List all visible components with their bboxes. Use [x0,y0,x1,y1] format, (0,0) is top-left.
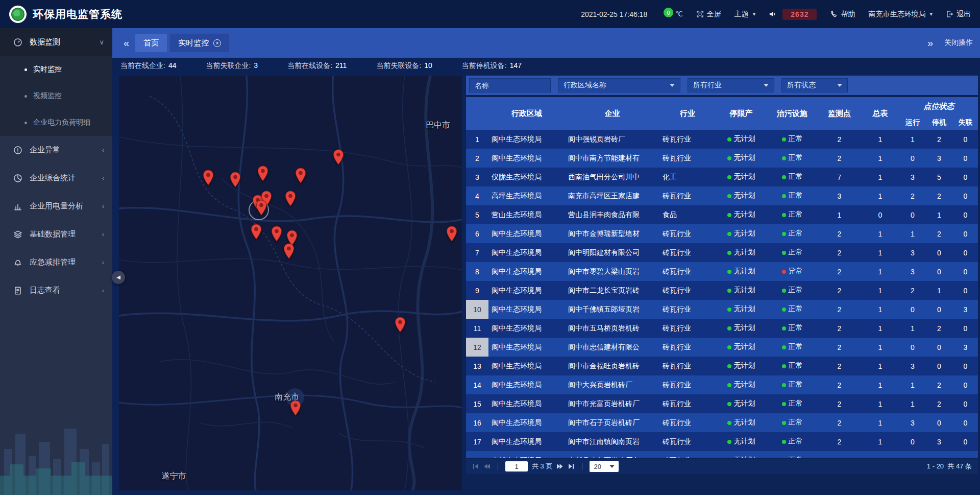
cell-region: 阆中生态环境局 [488,243,565,262]
table-row[interactable]: 8阆中生态环境局阆中市枣碧大梁山页岩砖瓦行业无计划异常21300 [466,262,978,281]
sidebar-item-3[interactable]: 企业用电量分析‹ [0,192,112,220]
map-collapse-handle[interactable]: ◀ [112,271,125,284]
table-row[interactable]: 12阆中生态环境局阆中市忠信建材有限公砖瓦行业无计划正常21003 [466,338,978,357]
org-name-label: 南充市生态环境局 [868,10,925,19]
table-row[interactable]: 17阆中生态环境局阆中市江南镇阆南页岩砖瓦行业无计划正常21030 [466,432,978,451]
sidebar-item-5[interactable]: 应急减排管理‹ [0,248,112,276]
table-row[interactable]: 3仪陇生态环境局西南油气田分公司川中化工无计划正常71350 [466,168,978,186]
cell-meter-count: 1 [861,319,899,338]
map-pin[interactable] [285,191,296,206]
cell-company: 阆中市江南镇阆南页岩 [565,432,659,451]
alert-count-badge[interactable]: 2632 [782,9,817,20]
table-row[interactable]: 2阆中生态环境局阆中市南方节能建材有砖瓦行业无计划正常21030 [466,149,978,168]
stat-label: 当前在线企业: [120,61,165,70]
page-number-input[interactable] [505,461,528,472]
map-pin[interactable] [283,243,295,259]
map-pin[interactable] [395,317,406,333]
cell-company: 阆中市枣碧大梁山页岩 [565,262,659,281]
name-filter-input[interactable] [469,78,551,92]
map-pin[interactable] [271,226,282,242]
stat-value: 211 [335,61,347,70]
sidebar-subitem-0-1[interactable]: 视频监控 [0,83,112,109]
last-page-button[interactable] [568,463,575,470]
sidebar-section: 日志查看‹ [0,276,112,304]
map-pin[interactable] [203,170,214,185]
sidebar-item-1[interactable]: 企业异常‹ [0,136,112,164]
cell-monitor-count: 1 [818,205,861,224]
map-pin[interactable] [230,172,241,187]
cell-facility-status: 正常 [767,281,818,300]
cell-industry: 砖瓦行业 [659,357,716,375]
cell-facility-status: 正常 [767,451,818,458]
tab-0[interactable]: 首页 [135,34,167,52]
next-page-button[interactable] [556,463,564,470]
table-row[interactable]: 6阆中生态环境局阆中市金博瑞新型墙材砖瓦行业无计划正常21120 [466,224,978,243]
tab-close-icon[interactable]: × [213,39,221,47]
cell-industry: 砖瓦行业 [659,262,716,281]
table-row[interactable]: 9阆中生态环境局阆中市二龙长宝页岩砖砖瓦行业无计划正常21210 [466,281,978,300]
col-header-limit: 停限产 [716,97,767,130]
map-pin[interactable] [251,224,262,240]
tabs-scroll-right-button[interactable]: » [923,37,937,49]
status-text: 无计划 [734,154,755,162]
industry-filter-select[interactable]: 所有行业 [688,78,774,92]
status-filter-select[interactable]: 所有状态 [781,78,848,92]
theme-dropdown[interactable]: 主题▾ [734,10,756,19]
region-filter-select[interactable]: 行政区域名称 [558,78,680,92]
table-row[interactable]: 4高坪生态环境局南充市高坪区王家店建砖瓦行业无计划正常31220 [466,186,978,205]
chevron-down-icon: ▾ [753,11,756,17]
map-panel[interactable]: 巴中市南充市遂宁市 ◀ [119,76,462,490]
sidebar-item-6[interactable]: 日志查看‹ [0,276,112,304]
first-page-button[interactable] [472,463,479,470]
chevron-left-icon: ‹ [102,146,104,154]
tab-1[interactable]: 实时监控× [170,34,229,52]
table-row[interactable]: 11阆中生态环境局阆中市五马桥页岩机砖砖瓦行业无计划正常21120 [466,319,978,338]
status-text: 无计划 [734,343,755,351]
table-row[interactable]: 18南部生态环境局南部县建兴页岩砖厂有砖瓦行业无计划正常21003 [466,451,978,458]
table-row[interactable]: 7阆中生态环境局阆中明阳建材有限公司砖瓦行业无计划正常21300 [466,243,978,262]
chevron-down-icon [837,84,842,87]
map-pin[interactable] [333,149,344,165]
sidebar-subitem-0-0[interactable]: 实时监控 [0,56,112,83]
logout-button[interactable]: 退出 [946,10,971,19]
sidebar-item-2[interactable]: 企业综合统计‹ [0,164,112,192]
stat-value: 147 [510,61,522,70]
bullet-icon [24,95,27,98]
table-row[interactable]: 1阆中生态环境局阆中强锐页岩砖厂砖瓦行业无计划正常21120 [466,130,978,149]
chevron-left-icon: ‹ [102,202,104,210]
fullscreen-button[interactable]: 全屏 [696,10,721,19]
sidebar-item-4[interactable]: 基础数据管理‹ [0,220,112,248]
table-row[interactable]: 15阆中生态环境局阆中市光富页岩机砖厂砖瓦行业无计划正常21120 [466,394,978,413]
table-row[interactable]: 10阆中生态环境局阆中千佛镇五郎垭页岩砖瓦行业无计划正常21003 [466,300,978,319]
table-row[interactable]: 14阆中生态环境局阆中大兴页岩机砖厂砖瓦行业无计划正常21120 [466,375,978,394]
map-pin[interactable] [257,166,268,181]
cell-stopped-count: 1 [926,205,952,224]
tabs-scroll-left-button[interactable]: « [119,37,133,49]
status-text: 异常 [789,267,803,275]
page-size-select[interactable]: 20 [590,461,618,472]
notification-button[interactable] [769,10,776,18]
logout-icon [946,10,953,18]
cell-company: 南部县建兴页岩砖厂有 [565,451,659,458]
table-row[interactable]: 5营山生态环境局营山县润丰肉食品有限食品无计划正常10010 [466,205,978,224]
table-row[interactable]: 16阆中生态环境局阆中市石子页岩机砖厂砖瓦行业无计划正常21300 [466,413,978,432]
cell-limit-status: 无计划 [716,243,767,262]
status-text: 无计划 [734,381,755,389]
org-dropdown[interactable]: 南充市生态环境局▾ [868,10,933,19]
cell-industry: 砖瓦行业 [659,130,716,149]
sidebar-item-0[interactable]: 数据监测∨ [0,28,112,56]
tab-label: 实时监控 [178,38,209,48]
help-button[interactable]: 帮助 [830,10,855,19]
cell-region: 阆中生态环境局 [488,300,565,319]
status-dot-green [727,326,731,331]
close-operations-button[interactable]: 关闭操作 [944,38,973,48]
map-pin[interactable] [446,226,457,242]
cell-company: 阆中千佛镇五郎垭页岩 [565,300,659,319]
sidebar-subitem-0-2[interactable]: 企业电力负荷明细 [0,109,112,136]
prev-page-button[interactable] [483,463,491,470]
map-pin[interactable] [295,168,306,183]
cell-offline-count: 0 [952,413,978,432]
map-pin[interactable] [256,200,267,216]
col-header-industry: 行业 [659,97,716,130]
table-row[interactable]: 13阆中生态环境局阆中市金福旺页岩机砖砖瓦行业无计划正常21300 [466,357,978,375]
